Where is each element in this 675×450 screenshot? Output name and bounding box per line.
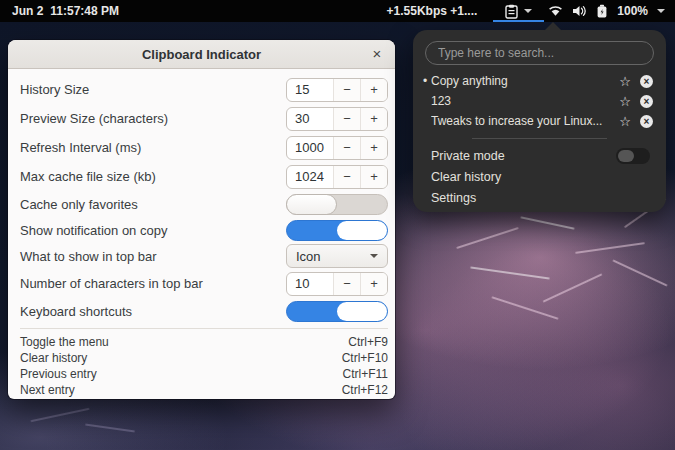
battery-percent: 100% [617, 4, 648, 18]
setting-row: Refresh Interval (ms) 1000 − + [20, 133, 388, 162]
keyboard-shortcuts-switch[interactable] [286, 301, 388, 322]
menu-item-settings[interactable]: Settings [413, 187, 666, 208]
top-bar-right: +1.55Kbps +1.... [387, 0, 675, 22]
show-notification-switch[interactable] [286, 220, 388, 241]
shortcut-row: Clear history Ctrl+F10 [20, 350, 388, 366]
spin-value[interactable]: 15 [287, 79, 333, 101]
chevron-down-icon [524, 9, 532, 13]
wifi-icon [548, 5, 563, 17]
favorite-star-icon[interactable]: ☆ [619, 95, 631, 108]
settings-label: Settings [431, 191, 650, 205]
setting-row: Preview Size (characters) 30 − + [20, 104, 388, 133]
window-title: Clipboard Indicator [142, 47, 261, 62]
window-titlebar[interactable]: Clipboard Indicator × [8, 40, 395, 69]
clock-button[interactable]: Jun 2 11:57:48 PM [0, 0, 119, 22]
setting-label: History Size [20, 82, 286, 97]
spin-increment-button[interactable]: + [360, 108, 387, 130]
shortcuts-section: Toggle the menu Ctrl+F9 Clear history Ct… [20, 328, 388, 398]
clipboard-item[interactable]: • Copy anything ☆ × [413, 71, 666, 91]
spinbutton: 1024 − + [286, 165, 388, 189]
mesh-line [30, 408, 89, 422]
clipboard-item-label: Copy anything [431, 74, 619, 88]
dropdown-caret-icon [370, 254, 378, 258]
setting-row: Keyboard shortcuts [20, 298, 388, 324]
menu-separator [472, 138, 607, 139]
dropdown-value: Icon [296, 249, 370, 264]
clipboard-item[interactable]: 123 ☆ × [413, 91, 666, 111]
setting-label: Show notification on copy [20, 223, 286, 238]
setting-label: Number of characters in top bar [20, 276, 286, 291]
top-bar-display-dropdown[interactable]: Icon [286, 244, 388, 268]
clock-date: Jun 2 [12, 4, 43, 18]
clipboard-indicator-button[interactable] [493, 0, 544, 22]
switch-knob [286, 194, 337, 215]
spin-decrement-button[interactable]: − [333, 137, 360, 159]
close-button[interactable]: × [368, 45, 386, 63]
network-speed: +1.55Kbps +1.... [387, 4, 478, 18]
system-menu-button[interactable]: 100% [544, 0, 675, 22]
setting-label: Preview Size (characters) [20, 111, 286, 126]
shortcut-key: Ctrl+F12 [342, 383, 388, 397]
search-input[interactable] [425, 41, 654, 65]
setting-row: Number of characters in top bar 10 − + [20, 269, 388, 298]
shortcut-label: Clear history [20, 351, 342, 365]
spinbutton: 1000 − + [286, 136, 388, 160]
spin-value[interactable]: 30 [287, 108, 333, 130]
spin-decrement-button[interactable]: − [333, 108, 360, 130]
switch-knob [337, 302, 387, 321]
top-bar: Jun 2 11:57:48 PM +1.55Kbps +1.... [0, 0, 675, 22]
shortcut-label: Next entry [20, 383, 342, 397]
shortcut-row: Toggle the menu Ctrl+F9 [20, 334, 388, 350]
clipboard-icon [505, 4, 518, 19]
spinbutton: 30 − + [286, 107, 388, 131]
spin-value[interactable]: 1024 [287, 166, 333, 188]
spin-value[interactable]: 10 [287, 273, 333, 295]
setting-label: What to show in top bar [20, 249, 286, 264]
private-mode-switch[interactable] [616, 148, 650, 164]
shortcut-key: Ctrl+F11 [343, 367, 388, 381]
mesh-line [612, 259, 667, 286]
selected-bullet: • [423, 74, 431, 88]
spin-decrement-button[interactable]: − [333, 273, 360, 295]
setting-label: Keyboard shortcuts [20, 304, 286, 319]
battery-icon [596, 4, 608, 18]
spin-increment-button[interactable]: + [360, 137, 387, 159]
menu-item-private-mode[interactable]: Private mode [413, 145, 666, 166]
spinbutton: 10 − + [286, 272, 388, 296]
private-mode-label: Private mode [431, 149, 616, 163]
spin-value[interactable]: 1000 [287, 137, 333, 159]
spin-decrement-button[interactable]: − [333, 166, 360, 188]
mesh-line [470, 266, 549, 279]
clipboard-item-label: Tweaks to increase your Linux... [431, 114, 619, 128]
spin-increment-button[interactable]: + [360, 166, 387, 188]
spinbutton: 15 − + [286, 78, 388, 102]
setting-row: Show notification on copy [20, 217, 388, 243]
favorite-star-icon[interactable]: ☆ [619, 75, 631, 88]
favorite-star-icon[interactable]: ☆ [619, 115, 631, 128]
cache-only-favorites-switch[interactable] [286, 194, 388, 215]
mesh-line [456, 227, 518, 249]
shortcut-key: Ctrl+F9 [348, 335, 388, 349]
mesh-line [575, 242, 645, 254]
settings-window: Clipboard Indicator × History Size 15 − … [8, 40, 395, 399]
remove-item-icon[interactable]: × [640, 115, 653, 128]
spin-increment-button[interactable]: + [360, 273, 387, 295]
spin-increment-button[interactable]: + [360, 79, 387, 101]
setting-label: Cache only favorites [20, 197, 286, 212]
panel-arrow [544, 22, 562, 31]
menu-item-clear-history[interactable]: Clear history [413, 166, 666, 187]
clipboard-item[interactable]: Tweaks to increase your Linux... ☆ × [413, 111, 666, 131]
switch-knob [337, 221, 387, 240]
settings-body: History Size 15 − + Preview Size (charac… [8, 69, 395, 398]
remove-item-icon[interactable]: × [640, 95, 653, 108]
shortcut-row: Previous entry Ctrl+F11 [20, 366, 388, 382]
mesh-line [543, 273, 603, 302]
shortcut-label: Previous entry [20, 367, 343, 381]
setting-row: History Size 15 − + [20, 75, 388, 104]
mesh-line [520, 216, 574, 229]
remove-item-icon[interactable]: × [640, 75, 653, 88]
setting-label: Refresh Interval (ms) [20, 140, 286, 155]
spin-decrement-button[interactable]: − [333, 79, 360, 101]
clipboard-menu-panel: • Copy anything ☆ × 123 ☆ × Tweaks to in… [413, 30, 666, 212]
volume-icon [572, 5, 587, 17]
